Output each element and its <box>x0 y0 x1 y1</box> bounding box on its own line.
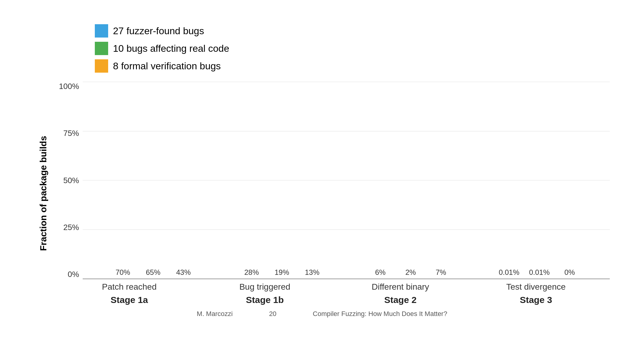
bar-value-label: 43% <box>176 268 191 277</box>
bar-value-label: 0% <box>564 268 575 277</box>
bar-group-stage1b: 28%19%13% <box>238 268 326 278</box>
bar-value-label: 70% <box>115 268 130 277</box>
y-axis: 100%75%50%25%0% <box>55 82 83 279</box>
bar-value-label: 0.01% <box>529 268 549 277</box>
legend-item: 27 fuzzer-found bugs <box>95 24 610 38</box>
bar-wrapper: 28% <box>238 268 265 278</box>
x-main-label: Patch reached <box>102 282 157 292</box>
chart-area: Fraction of package builds 100%75%50%25%… <box>34 82 610 305</box>
chart-container: 27 fuzzer-found bugs10 bugs affecting re… <box>34 21 610 318</box>
legend-label: 8 formal verification bugs <box>113 61 221 72</box>
bar-wrapper: 2% <box>397 268 424 278</box>
x-group-labels-stage2: Different binaryStage 2 <box>352 282 449 305</box>
bar-value-label: 28% <box>244 268 259 277</box>
bar-group-stage3: 0.01%0.01%0% <box>496 268 583 278</box>
plot-area: 100%75%50%25%0% 70%65%43%28%19%13%6%2%7%… <box>55 82 610 279</box>
bar-value-label: 7% <box>436 268 446 277</box>
footer-page: 20 <box>269 310 276 318</box>
bar-value-label: 6% <box>375 268 386 277</box>
x-stage-label: Stage 2 <box>384 295 417 305</box>
bar-groups: 70%65%43%28%19%13%6%2%7%0.01%0.01%0% <box>83 82 610 278</box>
bar-wrapper: 0.01% <box>496 268 523 278</box>
x-stage-label: Stage 1a <box>111 295 148 305</box>
x-stage-label: Stage 1b <box>246 295 284 305</box>
bar-group-stage1a: 70%65%43% <box>109 268 197 278</box>
legend-item: 10 bugs affecting real code <box>95 42 610 55</box>
footer-author: M. Marcozzi <box>197 310 233 318</box>
x-group-labels-stage1a: Patch reachedStage 1a <box>81 282 178 305</box>
y-tick: 100% <box>59 82 79 91</box>
y-axis-label: Fraction of package builds <box>34 82 52 305</box>
x-main-label: Bug triggered <box>239 282 290 292</box>
grid-line <box>83 278 610 279</box>
bar-group-stage2: 6%2%7% <box>367 268 455 278</box>
legend-color-box <box>95 59 108 73</box>
bar-wrapper: 19% <box>268 268 296 278</box>
x-axis-section: Patch reachedStage 1aBug triggeredStage … <box>55 282 610 305</box>
bars-and-grid: 70%65%43%28%19%13%6%2%7%0.01%0.01%0% <box>83 82 610 279</box>
x-group-labels-stage1b: Bug triggeredStage 1b <box>216 282 313 305</box>
x-main-label: Different binary <box>372 282 429 292</box>
bar-value-label: 65% <box>146 268 160 277</box>
legend-label: 10 bugs affecting real code <box>113 43 229 54</box>
bar-wrapper: 13% <box>299 268 326 278</box>
bar-wrapper: 65% <box>140 268 167 278</box>
y-tick: 50% <box>63 176 79 185</box>
chart-inner: 100%75%50%25%0% 70%65%43%28%19%13%6%2%7%… <box>55 82 610 305</box>
legend-label: 27 fuzzer-found bugs <box>113 25 204 37</box>
legend: 27 fuzzer-found bugs10 bugs affecting re… <box>95 24 610 73</box>
x-group-labels-stage3: Test divergenceStage 3 <box>487 282 584 305</box>
legend-color-box <box>95 42 108 55</box>
bar-value-label: 19% <box>274 268 289 277</box>
bar-wrapper: 0% <box>556 268 583 278</box>
x-stage-label: Stage 3 <box>520 295 552 305</box>
bar-wrapper: 7% <box>427 268 455 278</box>
legend-color-box <box>95 24 108 38</box>
y-tick: 25% <box>63 223 79 232</box>
bar-value-label: 2% <box>405 268 416 277</box>
x-main-label: Test divergence <box>506 282 566 292</box>
y-tick: 0% <box>68 270 79 279</box>
y-tick: 75% <box>63 129 79 138</box>
footer-title: Compiler Fuzzing: How Much Does It Matte… <box>313 310 447 318</box>
bar-wrapper: 70% <box>109 268 137 278</box>
bar-value-label: 13% <box>305 268 319 277</box>
bar-value-label: 0.01% <box>499 268 519 277</box>
bar-wrapper: 43% <box>170 268 197 278</box>
legend-item: 8 formal verification bugs <box>95 59 610 73</box>
bar-wrapper: 0.01% <box>526 268 553 278</box>
bar-wrapper: 6% <box>367 268 394 278</box>
footer: M. Marcozzi 20 Compiler Fuzzing: How Muc… <box>34 310 610 318</box>
